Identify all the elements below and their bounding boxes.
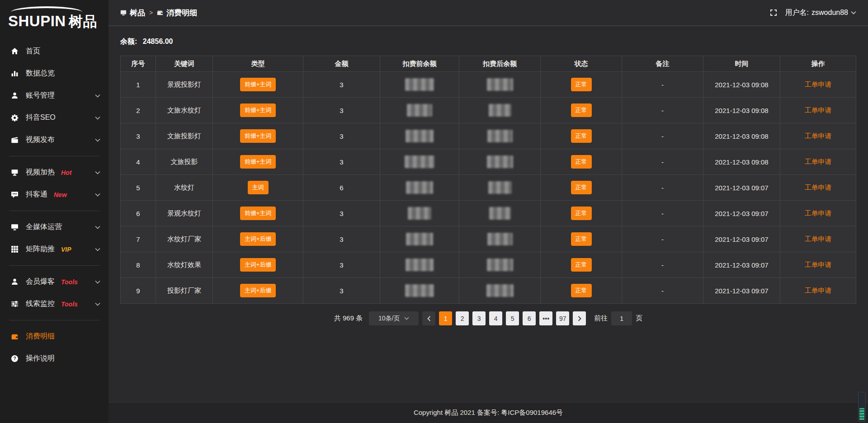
- chevron-down-icon: [95, 248, 100, 251]
- cell-time: 2021-12-03 09:08: [703, 98, 780, 123]
- ticket-apply-link[interactable]: 工单申请: [805, 209, 832, 217]
- heat-icon: [11, 169, 19, 177]
- sidebar-item-user[interactable]: 账号管理: [0, 85, 108, 107]
- sidebar-item-heat[interactable]: 视频加热Hot: [0, 161, 108, 183]
- cell-amount: 3: [303, 201, 380, 226]
- sidebar-item-member[interactable]: 会员爆客Tools: [0, 271, 108, 293]
- redacted-balance-before: [406, 181, 433, 194]
- chevron-down-icon: [95, 116, 100, 120]
- wallet-icon: [157, 9, 163, 16]
- cell-amount: 3: [303, 252, 380, 278]
- next-page-button[interactable]: [573, 311, 586, 325]
- sidebar-item-chart[interactable]: 数据总览: [0, 62, 108, 85]
- table-head: 序号关键词类型金额扣费前余额扣费后余额状态备注时间操作: [121, 56, 856, 72]
- balance-value: 24856.00: [143, 38, 173, 45]
- cell-remark: -: [622, 278, 703, 304]
- status-badge: 正常: [571, 207, 592, 220]
- cell-amount: 3: [303, 123, 380, 149]
- prev-page-button[interactable]: [422, 311, 435, 325]
- scrollbar-thumb[interactable]: [859, 408, 864, 420]
- sidebar-divider: [9, 265, 99, 266]
- sidebar-item-sliders[interactable]: 线索监控Tools: [0, 293, 108, 315]
- redacted-balance-after: [489, 207, 511, 220]
- sidebar-item-label: 视频发布: [26, 135, 55, 145]
- cell-status: 正常: [541, 123, 622, 149]
- ticket-apply-link[interactable]: 工单申请: [805, 80, 832, 88]
- cell-amount: 3: [303, 98, 380, 123]
- ticket-apply-link[interactable]: 工单申请: [805, 158, 832, 165]
- cell-type: 前缀+主词: [213, 98, 303, 123]
- page-size-select[interactable]: 10条/页: [369, 311, 419, 325]
- sidebar: SHUPIN树品 首页数据总览账号管理抖音SEO视频发布视频加热Hot抖客通Ne…: [0, 0, 108, 423]
- cell-status: 正常: [541, 98, 622, 123]
- sidebar-item-badge: Tools: [61, 278, 78, 286]
- grid-icon: [11, 245, 19, 254]
- column-header: 扣费后余额: [459, 56, 541, 72]
- page-button-6[interactable]: 6: [523, 311, 536, 325]
- user-menu[interactable]: 用户名: zswodun88: [785, 8, 856, 18]
- cell-keyword: 文旅投影: [156, 149, 213, 175]
- page-button-3[interactable]: 3: [472, 311, 486, 325]
- sidebar-item-grid[interactable]: 矩阵助推VIP: [0, 238, 108, 260]
- breadcrumb-item-current[interactable]: 消费明细: [157, 8, 197, 18]
- fullscreen-icon[interactable]: [770, 9, 777, 16]
- table-row: 2文旅水纹灯前缀+主词3正常-2021-12-03 09:08工单申请: [121, 98, 856, 123]
- status-badge: 正常: [571, 103, 592, 117]
- breadcrumb-item-home[interactable]: 树品: [120, 8, 145, 18]
- page-button-4[interactable]: 4: [489, 311, 502, 325]
- sidebar-item-label: 账号管理: [26, 91, 55, 100]
- page-ellipsis-button[interactable]: •••: [539, 311, 552, 325]
- redacted-balance-before: [405, 284, 434, 297]
- cell-action: 工单申请: [780, 72, 856, 98]
- goto-page-input[interactable]: [611, 311, 632, 325]
- ticket-apply-link[interactable]: 工单申请: [805, 235, 832, 243]
- chevron-down-icon: [95, 226, 100, 229]
- ticket-apply-link[interactable]: 工单申请: [805, 106, 832, 114]
- cell-action: 工单申请: [780, 149, 856, 175]
- cell-type: 前缀+主词: [213, 149, 303, 175]
- video-icon: [11, 136, 19, 144]
- sidebar-item-home[interactable]: 首页: [0, 40, 108, 62]
- sidebar-item-chat[interactable]: 抖客通New: [0, 183, 108, 206]
- cell-type: 前缀+主词: [213, 72, 303, 98]
- page-button-2[interactable]: 2: [456, 311, 469, 325]
- ticket-apply-link[interactable]: 工单申请: [805, 287, 832, 294]
- cell-status: 正常: [541, 149, 622, 175]
- cell-balance-after: [459, 149, 541, 175]
- member-icon: [11, 278, 19, 286]
- column-header: 时间: [703, 56, 780, 72]
- sidebar-item-label: 抖音SEO: [26, 113, 56, 122]
- status-badge: 正常: [571, 155, 592, 169]
- cell-index: 2: [121, 98, 156, 123]
- page-size-value: 10条/页: [378, 315, 400, 323]
- sidebar-item-monitor[interactable]: 全媒体运营: [0, 216, 108, 238]
- ticket-apply-link[interactable]: 工单申请: [805, 183, 832, 191]
- cell-remark: -: [622, 226, 703, 252]
- scrollbar[interactable]: [858, 392, 866, 422]
- sidebar-item-video[interactable]: 视频发布: [0, 129, 108, 151]
- sidebar-item-label: 会员爆客: [26, 277, 55, 287]
- cell-time: 2021-12-03 09:07: [703, 226, 780, 252]
- table-row: 3文旅投影灯前缀+主词3正常-2021-12-03 09:08工单申请: [121, 123, 856, 149]
- cell-action: 工单申请: [780, 201, 856, 226]
- page-button-1[interactable]: 1: [439, 311, 452, 325]
- cell-time: 2021-12-03 09:08: [703, 123, 780, 149]
- cell-balance-before: [380, 175, 459, 201]
- redacted-balance-after: [487, 130, 513, 142]
- status-badge: 正常: [571, 232, 592, 246]
- cell-index: 1: [121, 72, 156, 98]
- cell-index: 7: [121, 226, 156, 252]
- page-button-97[interactable]: 97: [556, 311, 569, 325]
- ticket-apply-link[interactable]: 工单申请: [805, 132, 832, 140]
- sidebar-item-gear[interactable]: 抖音SEO: [0, 107, 108, 129]
- consumption-table: 序号关键词类型金额扣费前余额扣费后余额状态备注时间操作 1景观投影灯前缀+主词3…: [120, 56, 856, 304]
- ticket-apply-link[interactable]: 工单申请: [805, 261, 832, 268]
- page-button-5[interactable]: 5: [506, 311, 519, 325]
- redacted-balance-before: [406, 258, 434, 271]
- cell-remark: -: [622, 123, 703, 149]
- sidebar-item-wallet[interactable]: 消费明细: [0, 325, 108, 348]
- sidebar-item-question[interactable]: ?操作说明: [0, 348, 108, 370]
- cell-keyword: 投影灯厂家: [156, 278, 213, 304]
- column-header: 金额: [303, 56, 380, 72]
- sidebar-divider: [9, 156, 99, 156]
